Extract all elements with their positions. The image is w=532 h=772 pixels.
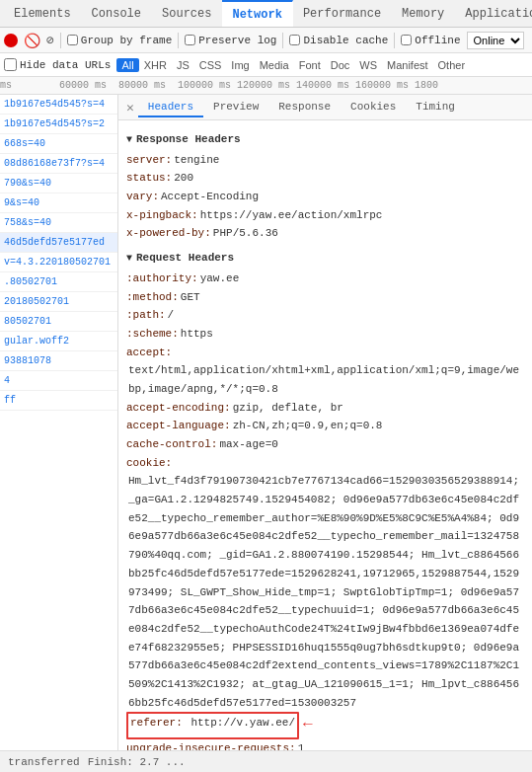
- file-item[interactable]: 08d86168e73f7?s=4: [0, 154, 117, 174]
- hide-data-urls-toggle[interactable]: Hide data URLs: [4, 58, 111, 71]
- file-item[interactable]: 9&s=40: [0, 193, 117, 213]
- filter-type-xhr[interactable]: XHR: [139, 58, 172, 72]
- header-key: accept:: [126, 344, 172, 362]
- sub-tab-cookies[interactable]: Cookies: [341, 98, 406, 117]
- main-area: 1b9167e54d545?s=41b9167e54d545?s=2668s=4…: [0, 95, 532, 750]
- header-value: Accept-Encoding: [161, 188, 259, 206]
- separator-1: [60, 33, 61, 48]
- filter-type-font[interactable]: Font: [294, 58, 326, 72]
- header-line: server: tengine: [126, 151, 524, 170]
- status-bar: transferred Finish: 2.7 ...: [0, 750, 532, 772]
- sub-tab-timing[interactable]: Timing: [406, 98, 465, 117]
- file-item[interactable]: 80502701: [0, 312, 117, 332]
- headers-content: ▼Response Headersserver: tenginestatus: …: [118, 120, 532, 750]
- response-headers-title: ▼Response Headers: [126, 130, 524, 149]
- header-line: :method: GET: [126, 288, 524, 307]
- sub-tab-preview[interactable]: Preview: [203, 98, 268, 117]
- tab-sources[interactable]: Sources: [152, 0, 222, 27]
- file-item[interactable]: 20180502701: [0, 292, 117, 312]
- file-item[interactable]: 1b9167e54d545?s=4: [0, 95, 117, 115]
- filter-type-css[interactable]: CSS: [194, 58, 227, 72]
- file-item[interactable]: v=4.3.220180502701: [0, 253, 117, 272]
- separator-2: [178, 33, 179, 48]
- sub-tabs-bar: ✕HeadersPreviewResponseCookiesTiming: [118, 95, 532, 120]
- header-key: accept-encoding:: [126, 399, 231, 418]
- header-key: cache-control:: [126, 435, 217, 454]
- file-item[interactable]: 758&s=40: [0, 213, 117, 233]
- file-item[interactable]: gular.woff2: [0, 332, 117, 351]
- file-item[interactable]: 93881078: [0, 351, 117, 371]
- header-key: :authority:: [126, 270, 198, 288]
- file-item[interactable]: 1b9167e54d545?s=2: [0, 115, 117, 134]
- file-item[interactable]: 668s=40: [0, 134, 117, 154]
- filter-row: Hide data URLs AllXHRJSCSSImgMediaFontDo…: [0, 53, 532, 77]
- filter-icon[interactable]: ⊘: [46, 33, 54, 48]
- tab-console[interactable]: Console: [82, 0, 152, 27]
- header-line: :authority: yaw.ee: [126, 270, 524, 288]
- group-by-frame-toggle[interactable]: Group by frame: [67, 35, 172, 46]
- header-value: GET: [181, 288, 200, 307]
- timeline-tick-2: 80000 ms: [118, 80, 166, 91]
- disable-cache-toggle[interactable]: Disable cache: [289, 35, 388, 46]
- tab-performance[interactable]: Performance: [293, 0, 392, 27]
- file-item[interactable]: 46d5defd57e5177ed: [0, 233, 117, 253]
- red-arrow-icon: ←: [303, 712, 313, 738]
- header-line: :path: /: [126, 306, 524, 325]
- filter-type-doc[interactable]: Doc: [326, 58, 355, 72]
- header-value: yaw.ee: [200, 270, 240, 288]
- filter-type-manifest[interactable]: Manifest: [382, 58, 433, 72]
- header-key: accept-language:: [126, 417, 231, 435]
- tab-network[interactable]: Network: [222, 0, 292, 27]
- filter-type-all[interactable]: All: [116, 58, 138, 72]
- header-key: upgrade-insecure-requests:: [126, 739, 296, 751]
- filter-type-img[interactable]: Img: [226, 58, 254, 72]
- file-item[interactable]: 790&s=40: [0, 174, 117, 193]
- header-value: 1: [298, 739, 305, 751]
- filter-type-other[interactable]: Other: [433, 58, 471, 72]
- close-detail-button[interactable]: ✕: [122, 100, 138, 116]
- timeline-tick-7: 1800: [415, 80, 438, 91]
- clear-button[interactable]: 🚫: [24, 34, 40, 47]
- record-button[interactable]: [4, 34, 18, 47]
- filter-type-js[interactable]: JS: [172, 58, 194, 72]
- preserve-log-toggle[interactable]: Preserve log: [185, 35, 276, 46]
- throttle-select[interactable]: Online: [467, 32, 524, 49]
- sub-tab-response[interactable]: Response: [268, 98, 341, 117]
- hide-data-urls-checkbox[interactable]: [4, 58, 17, 71]
- offline-toggle[interactable]: Offline: [401, 35, 460, 46]
- timeline-tick-0: ms: [0, 80, 12, 91]
- header-line: cache-control: max-age=0: [126, 435, 524, 454]
- tab-elements[interactable]: Elements: [4, 0, 82, 27]
- offline-checkbox[interactable]: [401, 35, 412, 45]
- header-value: 200: [174, 169, 193, 188]
- tab-application[interactable]: Application: [455, 0, 532, 27]
- request-headers-title: ▼Request Headers: [126, 249, 524, 268]
- timeline-tick-5: 140000 ms: [296, 80, 349, 91]
- preserve-log-checkbox[interactable]: [185, 35, 195, 45]
- header-line: x-powered-by: PHP/5.6.36: [126, 224, 524, 243]
- header-line: referer: http://v.yaw.ee/←: [126, 712, 524, 738]
- header-key: :path:: [126, 306, 166, 325]
- file-item[interactable]: ff: [0, 391, 117, 411]
- header-line: upgrade-insecure-requests: 1: [126, 739, 524, 751]
- disable-cache-checkbox[interactable]: [289, 35, 300, 45]
- file-item[interactable]: .80502701: [0, 272, 117, 292]
- header-value: text/html,application/xhtml+xml,applicat…: [128, 361, 524, 398]
- timeline-tick-3: 100000 ms: [178, 80, 231, 91]
- group-by-frame-checkbox[interactable]: [67, 35, 78, 45]
- separator-3: [282, 33, 283, 48]
- header-value: https://yaw.ee/action/xmlrpc: [200, 206, 383, 225]
- referer-highlighted: referer: http://v.yaw.ee/: [126, 712, 299, 738]
- header-line: accept-language: zh-CN,zh;q=0.9,en;q=0.8: [126, 417, 524, 435]
- file-item[interactable]: 4: [0, 371, 117, 391]
- header-line: :scheme: https: [126, 325, 524, 344]
- tab-memory[interactable]: Memory: [392, 0, 455, 27]
- filter-type-media[interactable]: Media: [255, 58, 294, 72]
- header-value: https: [181, 325, 213, 344]
- filter-type-ws[interactable]: WS: [354, 58, 382, 72]
- header-line: vary: Accept-Encoding: [126, 188, 524, 206]
- header-key: x-pingback:: [126, 206, 198, 225]
- header-key: x-powered-by:: [126, 224, 211, 243]
- header-key: :scheme:: [126, 325, 179, 344]
- sub-tab-headers[interactable]: Headers: [138, 98, 203, 117]
